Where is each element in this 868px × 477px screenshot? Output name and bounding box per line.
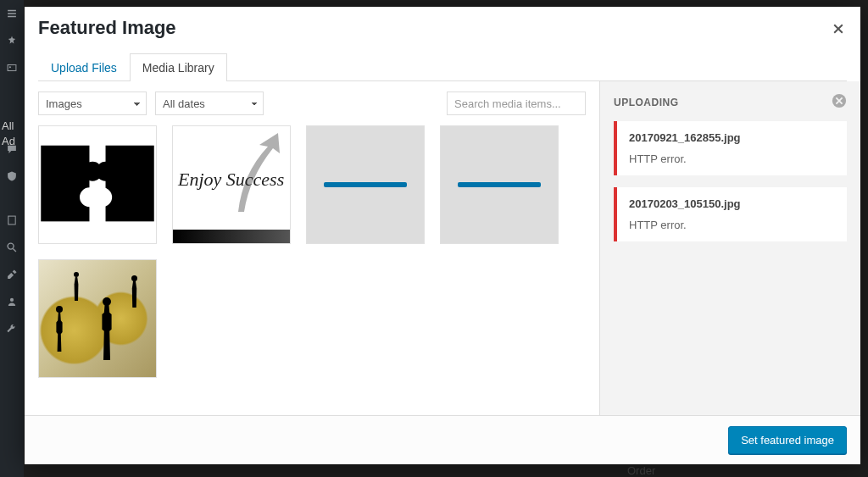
close-icon — [832, 22, 845, 36]
set-featured-image-button[interactable]: Set featured image — [728, 426, 847, 454]
wrench-icon — [0, 315, 24, 342]
upload-error-item: 20170921_162855.jpg HTTP error. — [614, 121, 847, 175]
bg-order-label: Order — [627, 464, 655, 477]
puzzle-icon — [39, 141, 156, 230]
modal-title: Featured Image — [38, 17, 847, 39]
upload-filename: 20170203_105150.jpg — [629, 197, 835, 210]
search-icon — [0, 234, 24, 261]
svg-rect-6 — [106, 145, 154, 221]
pin-icon — [0, 27, 24, 54]
featured-image-modal: Featured Image Upload Files Media Librar… — [25, 7, 860, 464]
media-icon — [0, 54, 24, 81]
upload-error-item: 20170203_105150.jpg HTTP error. — [614, 187, 847, 241]
attachments-grid: Enjoy Success — [38, 125, 599, 378]
figure-icon — [56, 306, 63, 313]
figure-icon — [131, 275, 137, 281]
svg-rect-2 — [8, 216, 15, 225]
toolbar: Images All dates — [25, 81, 599, 125]
thumb-footer-strip — [173, 230, 290, 243]
sidebar-text-all: All — [2, 119, 14, 134]
main-panel: Images All dates — [25, 81, 600, 415]
progress-bar — [324, 182, 407, 187]
tab-media-library[interactable]: Media Library — [130, 53, 227, 81]
figure-icon — [73, 277, 80, 301]
dismiss-icon — [832, 93, 847, 108]
page-icon — [0, 207, 24, 234]
filter-type-select[interactable]: Images — [38, 92, 147, 115]
figure-icon — [100, 304, 114, 360]
dismiss-button[interactable] — [832, 93, 847, 111]
menu-icon — [0, 0, 24, 27]
attachment-thumb-uploading[interactable] — [440, 125, 559, 244]
side-panel-heading: UPLOADING — [614, 93, 847, 111]
figure-icon — [74, 272, 79, 277]
attachment-thumb-uploading[interactable] — [306, 125, 425, 244]
uploading-label: UPLOADING — [614, 97, 679, 108]
modal-footer: Set featured image — [25, 415, 860, 464]
upload-error-text: HTTP error. — [629, 219, 835, 231]
svg-rect-5 — [41, 145, 89, 221]
attachment-thumb[interactable]: Enjoy Success — [172, 125, 291, 244]
filter-dates-select[interactable]: All dates — [155, 92, 264, 115]
close-button[interactable] — [823, 14, 854, 44]
tools-icon — [0, 261, 24, 288]
shield-icon — [0, 163, 24, 190]
progress-bar — [458, 182, 541, 187]
svg-point-1 — [9, 66, 11, 68]
svg-rect-0 — [8, 65, 16, 71]
modal-header: Featured Image Upload Files Media Librar… — [25, 7, 860, 81]
tabs: Upload Files Media Library — [38, 53, 847, 81]
wp-admin-sidebar: All Ad — [0, 0, 24, 477]
search-input[interactable] — [447, 92, 586, 115]
svg-point-4 — [10, 298, 14, 302]
figure-icon — [54, 313, 64, 352]
svg-point-9 — [80, 187, 99, 207]
upload-filename: 20170921_162855.jpg — [629, 131, 835, 144]
svg-point-3 — [8, 243, 14, 249]
attachment-thumb[interactable] — [38, 125, 157, 244]
side-panel: UPLOADING 20170921_162855.jpg HTTP error… — [600, 81, 860, 415]
user-icon — [0, 288, 24, 315]
tab-upload-files[interactable]: Upload Files — [38, 53, 130, 81]
svg-point-10 — [96, 161, 115, 180]
sidebar-text-add: Ad — [2, 134, 15, 149]
attachment-thumb[interactable] — [38, 259, 157, 378]
figure-icon — [131, 280, 138, 308]
attachments-scroll[interactable]: Enjoy Success — [25, 125, 599, 415]
thumb-caption: Enjoy Success — [178, 169, 284, 191]
modal-body: Images All dates — [25, 81, 860, 415]
upload-error-text: HTTP error. — [629, 153, 835, 165]
